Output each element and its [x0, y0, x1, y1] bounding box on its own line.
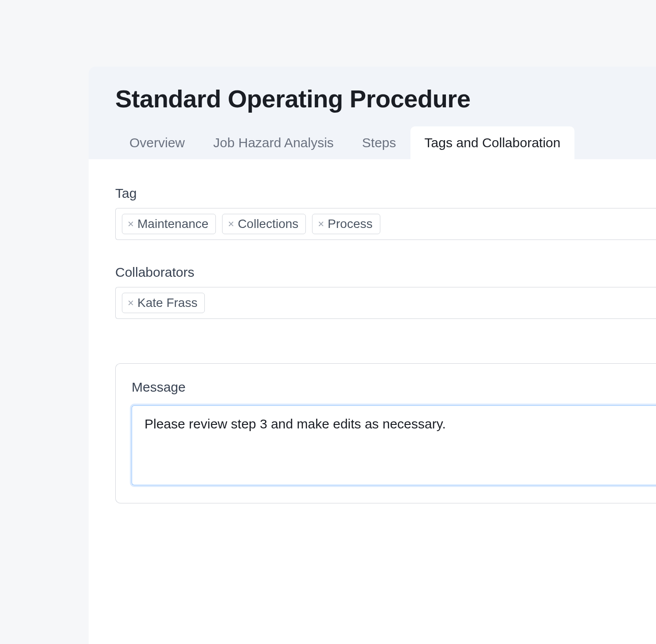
tag-input[interactable]: × Maintenance × Collections × Process	[115, 208, 656, 240]
tab-tags-and-collaboration[interactable]: Tags and Collaboration	[410, 126, 575, 159]
tag-chip-maintenance: × Maintenance	[122, 214, 216, 234]
chip-label: Maintenance	[137, 217, 208, 231]
collaborator-chip-kate-frass: × Kate Frass	[122, 293, 205, 313]
message-label: Message	[132, 380, 656, 395]
collaborators-input[interactable]: × Kate Frass	[115, 287, 656, 319]
tab-content: Tag × Maintenance × Collections × Proces…	[89, 159, 656, 644]
tag-field-group: Tag × Maintenance × Collections × Proces…	[115, 186, 656, 240]
chip-label: Kate Frass	[137, 296, 197, 310]
close-icon[interactable]: ×	[318, 219, 324, 229]
tab-job-hazard-analysis[interactable]: Job Hazard Analysis	[199, 126, 348, 159]
main-panel: Standard Operating Procedure Overview Jo…	[89, 67, 656, 644]
collaborators-label: Collaborators	[115, 265, 656, 280]
collaborators-field-group: Collaborators × Kate Frass	[115, 265, 656, 319]
tabs-container: Overview Job Hazard Analysis Steps Tags …	[115, 126, 629, 159]
tab-steps[interactable]: Steps	[348, 126, 410, 159]
close-icon[interactable]: ×	[228, 219, 234, 229]
panel-header: Standard Operating Procedure Overview Jo…	[89, 67, 656, 159]
message-textarea[interactable]	[132, 405, 656, 485]
close-icon[interactable]: ×	[128, 219, 134, 229]
close-icon[interactable]: ×	[128, 298, 134, 308]
tag-label: Tag	[115, 186, 656, 201]
message-section: Message	[115, 363, 656, 503]
tab-overview[interactable]: Overview	[115, 126, 199, 159]
tag-chip-collections: × Collections	[222, 214, 306, 234]
tag-chip-process: × Process	[312, 214, 380, 234]
chip-label: Collections	[238, 217, 298, 231]
chip-label: Process	[328, 217, 372, 231]
page-title: Standard Operating Procedure	[115, 84, 629, 113]
